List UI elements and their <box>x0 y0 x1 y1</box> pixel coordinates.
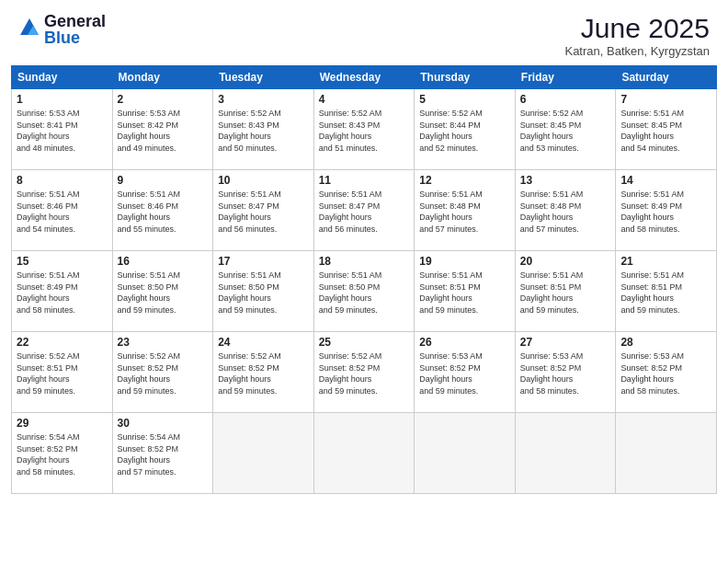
day-info: Sunrise: 5:51 AM Sunset: 8:50 PM Dayligh… <box>319 270 410 316</box>
calendar-cell <box>213 413 314 494</box>
day-number: 17 <box>218 255 309 268</box>
day-number: 14 <box>620 174 711 187</box>
calendar-header-monday: Monday <box>112 66 213 89</box>
day-number: 1 <box>17 93 108 106</box>
calendar-header-sunday: Sunday <box>12 66 113 89</box>
day-number: 28 <box>620 336 711 349</box>
day-number: 12 <box>419 174 510 187</box>
calendar-cell: 13 Sunrise: 5:51 AM Sunset: 8:48 PM Dayl… <box>515 170 616 251</box>
calendar-cell: 23 Sunrise: 5:52 AM Sunset: 8:52 PM Dayl… <box>112 332 213 413</box>
day-number: 11 <box>319 174 410 187</box>
day-number: 22 <box>17 336 108 349</box>
day-info: Sunrise: 5:51 AM Sunset: 8:51 PM Dayligh… <box>620 270 711 316</box>
day-number: 25 <box>319 336 410 349</box>
calendar: SundayMondayTuesdayWednesdayThursdayFrid… <box>11 65 717 494</box>
day-info: Sunrise: 5:52 AM Sunset: 8:52 PM Dayligh… <box>118 350 209 396</box>
calendar-cell <box>515 413 616 494</box>
day-info: Sunrise: 5:54 AM Sunset: 8:52 PM Dayligh… <box>118 431 209 477</box>
calendar-cell: 3 Sunrise: 5:52 AM Sunset: 8:43 PM Dayli… <box>213 89 314 170</box>
calendar-header-wednesday: Wednesday <box>313 66 415 89</box>
page: General Blue June 2025 Katran, Batken, K… <box>0 0 728 563</box>
calendar-header-friday: Friday <box>515 66 616 89</box>
day-info: Sunrise: 5:51 AM Sunset: 8:49 PM Dayligh… <box>17 270 108 316</box>
calendar-cell: 20 Sunrise: 5:51 AM Sunset: 8:51 PM Dayl… <box>515 251 616 332</box>
day-number: 2 <box>118 93 209 106</box>
day-info: Sunrise: 5:52 AM Sunset: 8:43 PM Dayligh… <box>319 108 410 154</box>
day-info: Sunrise: 5:52 AM Sunset: 8:51 PM Dayligh… <box>17 350 108 396</box>
day-number: 19 <box>419 255 510 268</box>
logo: General Blue <box>18 13 106 46</box>
day-number: 15 <box>17 255 108 268</box>
calendar-cell: 8 Sunrise: 5:51 AM Sunset: 8:46 PM Dayli… <box>12 170 113 251</box>
day-number: 4 <box>319 93 410 106</box>
day-number: 27 <box>520 336 611 349</box>
day-info: Sunrise: 5:51 AM Sunset: 8:48 PM Dayligh… <box>419 189 510 235</box>
calendar-cell: 26 Sunrise: 5:53 AM Sunset: 8:52 PM Dayl… <box>415 332 516 413</box>
day-number: 5 <box>419 93 510 106</box>
calendar-header-row: SundayMondayTuesdayWednesdayThursdayFrid… <box>12 66 717 89</box>
calendar-header-thursday: Thursday <box>415 66 516 89</box>
calendar-cell: 28 Sunrise: 5:53 AM Sunset: 8:52 PM Dayl… <box>616 332 717 413</box>
day-number: 3 <box>218 93 309 106</box>
day-number: 29 <box>17 417 108 430</box>
day-info: Sunrise: 5:51 AM Sunset: 8:46 PM Dayligh… <box>118 189 209 235</box>
day-info: Sunrise: 5:51 AM Sunset: 8:51 PM Dayligh… <box>520 270 611 316</box>
calendar-week-2: 8 Sunrise: 5:51 AM Sunset: 8:46 PM Dayli… <box>12 170 717 251</box>
calendar-cell <box>313 413 415 494</box>
calendar-cell: 10 Sunrise: 5:51 AM Sunset: 8:47 PM Dayl… <box>213 170 314 251</box>
logo-blue: Blue <box>44 29 106 46</box>
day-info: Sunrise: 5:53 AM Sunset: 8:52 PM Dayligh… <box>419 350 510 396</box>
day-number: 6 <box>520 93 611 106</box>
calendar-cell: 4 Sunrise: 5:52 AM Sunset: 8:43 PM Dayli… <box>313 89 415 170</box>
calendar-cell: 14 Sunrise: 5:51 AM Sunset: 8:49 PM Dayl… <box>616 170 717 251</box>
logo-icon <box>18 17 40 39</box>
day-number: 13 <box>520 174 611 187</box>
day-info: Sunrise: 5:52 AM Sunset: 8:44 PM Dayligh… <box>419 108 510 154</box>
day-info: Sunrise: 5:51 AM Sunset: 8:50 PM Dayligh… <box>218 270 309 316</box>
calendar-cell <box>415 413 516 494</box>
day-number: 7 <box>620 93 711 106</box>
day-info: Sunrise: 5:52 AM Sunset: 8:52 PM Dayligh… <box>218 350 309 396</box>
calendar-cell: 25 Sunrise: 5:52 AM Sunset: 8:52 PM Dayl… <box>313 332 415 413</box>
calendar-cell: 18 Sunrise: 5:51 AM Sunset: 8:50 PM Dayl… <box>313 251 415 332</box>
calendar-header-tuesday: Tuesday <box>213 66 314 89</box>
location: Katran, Batken, Kyrgyzstan <box>564 44 710 58</box>
calendar-cell: 5 Sunrise: 5:52 AM Sunset: 8:44 PM Dayli… <box>415 89 516 170</box>
day-info: Sunrise: 5:51 AM Sunset: 8:51 PM Dayligh… <box>419 270 510 316</box>
day-info: Sunrise: 5:51 AM Sunset: 8:48 PM Dayligh… <box>520 189 611 235</box>
logo-text: General Blue <box>44 13 106 46</box>
day-number: 9 <box>118 174 209 187</box>
day-number: 23 <box>118 336 209 349</box>
calendar-week-4: 22 Sunrise: 5:52 AM Sunset: 8:51 PM Dayl… <box>12 332 717 413</box>
day-number: 24 <box>218 336 309 349</box>
day-info: Sunrise: 5:53 AM Sunset: 8:42 PM Dayligh… <box>118 108 209 154</box>
day-info: Sunrise: 5:53 AM Sunset: 8:41 PM Dayligh… <box>17 108 108 154</box>
header: General Blue June 2025 Katran, Batken, K… <box>0 0 728 65</box>
calendar-cell: 2 Sunrise: 5:53 AM Sunset: 8:42 PM Dayli… <box>112 89 213 170</box>
day-info: Sunrise: 5:51 AM Sunset: 8:47 PM Dayligh… <box>218 189 309 235</box>
day-info: Sunrise: 5:51 AM Sunset: 8:46 PM Dayligh… <box>17 189 108 235</box>
calendar-cell: 30 Sunrise: 5:54 AM Sunset: 8:52 PM Dayl… <box>112 413 213 494</box>
calendar-cell: 7 Sunrise: 5:51 AM Sunset: 8:45 PM Dayli… <box>616 89 717 170</box>
day-info: Sunrise: 5:52 AM Sunset: 8:45 PM Dayligh… <box>520 108 611 154</box>
month-title: June 2025 <box>564 13 710 44</box>
calendar-cell: 27 Sunrise: 5:53 AM Sunset: 8:52 PM Dayl… <box>515 332 616 413</box>
day-number: 21 <box>620 255 711 268</box>
calendar-cell: 21 Sunrise: 5:51 AM Sunset: 8:51 PM Dayl… <box>616 251 717 332</box>
calendar-cell: 29 Sunrise: 5:54 AM Sunset: 8:52 PM Dayl… <box>12 413 113 494</box>
day-info: Sunrise: 5:51 AM Sunset: 8:49 PM Dayligh… <box>620 189 711 235</box>
day-number: 20 <box>520 255 611 268</box>
calendar-cell: 9 Sunrise: 5:51 AM Sunset: 8:46 PM Dayli… <box>112 170 213 251</box>
day-info: Sunrise: 5:52 AM Sunset: 8:43 PM Dayligh… <box>218 108 309 154</box>
calendar-cell: 15 Sunrise: 5:51 AM Sunset: 8:49 PM Dayl… <box>12 251 113 332</box>
calendar-week-1: 1 Sunrise: 5:53 AM Sunset: 8:41 PM Dayli… <box>12 89 717 170</box>
calendar-cell: 16 Sunrise: 5:51 AM Sunset: 8:50 PM Dayl… <box>112 251 213 332</box>
day-number: 8 <box>17 174 108 187</box>
calendar-cell: 6 Sunrise: 5:52 AM Sunset: 8:45 PM Dayli… <box>515 89 616 170</box>
day-number: 16 <box>118 255 209 268</box>
day-info: Sunrise: 5:51 AM Sunset: 8:50 PM Dayligh… <box>118 270 209 316</box>
calendar-cell <box>616 413 717 494</box>
calendar-week-3: 15 Sunrise: 5:51 AM Sunset: 8:49 PM Dayl… <box>12 251 717 332</box>
day-number: 26 <box>419 336 510 349</box>
title-area: June 2025 Katran, Batken, Kyrgyzstan <box>564 13 710 58</box>
